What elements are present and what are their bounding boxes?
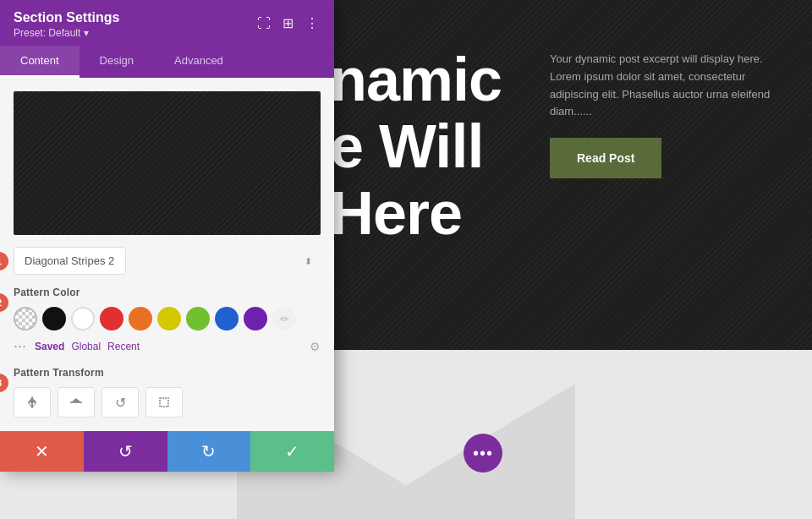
svg-marker-8 [76,398,81,402]
flip-v-icon [69,395,84,410]
swatch-checker[interactable] [14,307,37,331]
swatch-black[interactable] [42,307,66,331]
floating-dots-button[interactable]: ••• [464,434,502,473]
hero-text: namic e Will Here [330,46,502,248]
swatch-purple[interactable] [244,307,267,331]
color-settings-icon[interactable]: ⚙ [310,340,321,353]
recent-link[interactable]: Recent [107,341,140,352]
step-badge-1: 1 [0,252,8,270]
cancel-button[interactable]: ✕ [0,431,84,472]
redo-button[interactable]: ↻ [167,431,251,472]
save-button[interactable]: ✓ [250,431,334,472]
read-post-button[interactable]: Read Post [550,138,661,178]
panel-preset[interactable]: Preset: Default ▾ [14,27,119,39]
flip-horizontal-button[interactable] [14,387,51,418]
hero-text-line1: namic [330,46,502,113]
transform-buttons: ↺ [14,387,321,418]
saved-link[interactable]: Saved [35,341,64,352]
fullscreen-icon[interactable]: ⛶ [255,14,272,33]
panel-bottom-bar: ✕ ↺ ↻ ✓ [0,431,334,472]
swatch-red[interactable] [100,307,123,331]
step-badge-2: 2 [0,293,8,312]
rotate-icon: ↺ [115,395,126,411]
flip-vertical-button[interactable] [58,387,95,418]
global-link[interactable]: Global [71,341,101,352]
step-badge-3: 3 [0,374,8,392]
swatch-green[interactable] [186,307,210,331]
panel-title: Section Settings [14,10,119,25]
panel-body: 1 Diagonal Stripes 2 Diagonal Stripes 1 … [0,78,334,431]
pattern-color-label: Pattern Color [14,287,321,298]
panel-header-left: Section Settings Preset: Default ▾ [14,10,119,39]
pattern-select-wrapper: Diagonal Stripes 2 Diagonal Stripes 1 Do… [14,247,321,275]
panel-header: Section Settings Preset: Default ▾ ⛶ ⊞ ⋮ [0,0,334,46]
svg-rect-9 [160,398,168,407]
grid-icon[interactable]: ⊞ [281,14,295,33]
swatch-orange[interactable] [129,307,152,331]
tab-advanced[interactable]: Advanced [154,46,244,78]
panel-header-right: ⛶ ⊞ ⋮ [255,14,321,33]
pencil-icon: ✏ [280,313,289,325]
swatch-yellow[interactable] [157,307,181,331]
tab-design[interactable]: Design [80,46,154,78]
scale-button[interactable] [145,387,183,418]
tab-content[interactable]: Content [0,46,80,78]
hero-text-line3: Here [330,180,502,247]
flip-h-icon [25,395,40,410]
settings-panel: Section Settings Preset: Default ▾ ⛶ ⊞ ⋮… [0,0,334,472]
more-options-icon[interactable]: ⋮ [304,14,321,33]
swatch-custom[interactable]: ✏ [272,307,296,331]
color-row-actions: ··· Saved Global Recent ⚙ [14,337,321,355]
panel-tabs: Content Design Advanced [0,46,334,78]
svg-marker-7 [71,398,76,402]
swatch-blue[interactable] [215,307,239,331]
color-swatches: ✏ [14,307,321,331]
more-colors-icon[interactable]: ··· [14,337,26,355]
dots-icon: ••• [473,444,493,463]
hero-text-line2: e Will [330,113,502,180]
scale-icon [156,395,172,410]
right-content-area: Your dynamic post excerpt will display h… [550,51,787,178]
undo-button[interactable]: ↺ [84,431,167,472]
swatch-white[interactable] [71,307,95,331]
pattern-preview [14,91,321,235]
rotate-button[interactable]: ↺ [102,387,139,418]
pattern-select[interactable]: Diagonal Stripes 2 Diagonal Stripes 1 Do… [14,247,126,275]
post-excerpt: Your dynamic post excerpt will display h… [550,51,787,121]
pattern-transform-label: Pattern Transform [14,367,321,379]
